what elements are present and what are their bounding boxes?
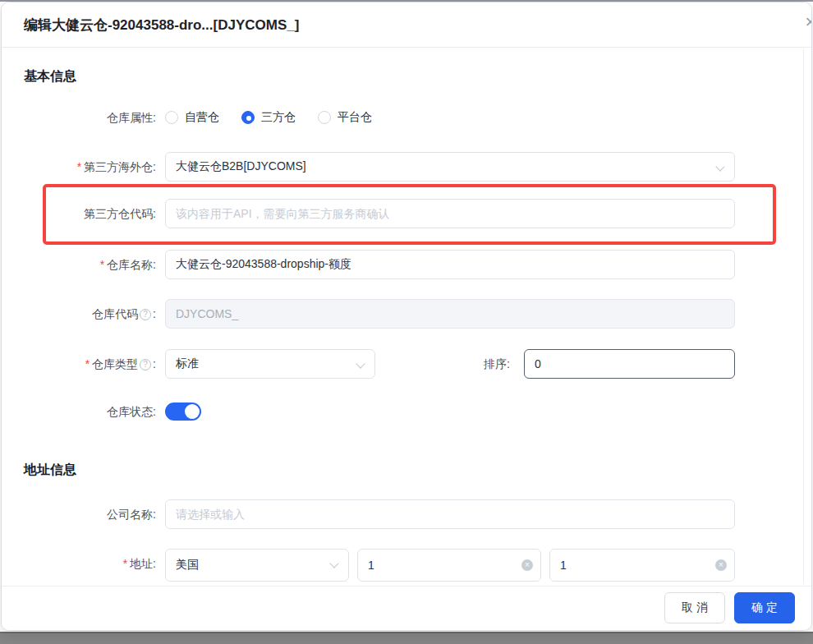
warehouse-type-select[interactable]: 标准	[165, 349, 375, 379]
warehouse-status-toggle[interactable]	[165, 402, 201, 421]
required-asterisk: *	[77, 160, 81, 173]
warehouse-attr-label: 仓库属性:	[24, 103, 156, 132]
warehouse-type-value: 标准	[176, 356, 199, 371]
radio-platform-warehouse[interactable]: 平台仓	[318, 110, 372, 125]
address-field-3: ×	[549, 549, 735, 582]
radio-unchecked-icon[interactable]	[165, 111, 178, 124]
third-party-code-label-text: 第三方仓代码	[84, 207, 153, 220]
clear-icon[interactable]: ×	[715, 559, 727, 571]
company-name-label-text: 公司名称	[107, 508, 153, 521]
radio-unchecked-icon[interactable]	[318, 111, 331, 124]
section-address-info: 地址信息	[24, 462, 76, 479]
warehouse-code-label-text: 仓库代码	[92, 307, 138, 320]
third-party-overseas-select[interactable]: 大健云仓B2B[DJYCOMS]	[165, 152, 735, 182]
address-field-2: ×	[357, 549, 541, 582]
label-colon: :	[153, 111, 156, 124]
label-colon: :	[153, 207, 156, 220]
warehouse-code-label: 仓库代码?:	[24, 299, 156, 329]
required-asterisk: *	[123, 557, 127, 570]
sort-input[interactable]	[524, 349, 735, 379]
label-colon: :	[153, 508, 156, 521]
address-label-text: 地址	[130, 557, 153, 570]
warehouse-name-field	[165, 250, 735, 279]
section-basic-info: 基本信息	[24, 68, 76, 85]
close-icon[interactable]: ×	[801, 12, 812, 32]
warehouse-code-input	[165, 299, 735, 329]
warehouse-type-label-text: 仓库类型	[92, 357, 138, 370]
radio-self-warehouse[interactable]: 自营仓	[165, 110, 219, 125]
dialog-header: 编辑大健云仓-92043588-dro...[DJYCOMS_] ×	[2, 2, 811, 48]
chevron-down-icon	[356, 359, 365, 368]
warehouse-code-field	[165, 299, 735, 329]
company-name-input[interactable]	[165, 499, 735, 529]
address-country-value: 美国	[176, 558, 199, 573]
confirm-button[interactable]: 确 定	[734, 592, 795, 623]
sort-field	[524, 349, 735, 379]
radio-third-party-warehouse[interactable]: 三方仓	[241, 110, 296, 125]
third-party-code-label: 第三方仓代码:	[24, 199, 156, 228]
warehouse-name-label-text: 仓库名称	[107, 258, 153, 271]
label-colon: :	[153, 557, 156, 570]
scrollbar-track[interactable]	[803, 48, 804, 584]
third-party-overseas-value: 大健云仓B2B[DJYCOMS]	[176, 159, 306, 174]
address-input-3[interactable]	[549, 549, 735, 582]
required-asterisk: *	[85, 357, 90, 370]
radio-label: 平台仓	[338, 110, 372, 125]
edit-warehouse-dialog: 编辑大健云仓-92043588-dro...[DJYCOMS_] × 基本信息 …	[1, 2, 812, 631]
label-colon: :	[153, 307, 156, 320]
label-colon: :	[153, 357, 156, 370]
address-country-select[interactable]: 美国	[165, 549, 349, 582]
third-party-code-input[interactable]	[165, 199, 735, 228]
warehouse-attr-label-text: 仓库属性	[107, 111, 153, 124]
company-name-field	[165, 499, 735, 529]
chevron-down-icon	[715, 162, 724, 171]
radio-label: 三方仓	[261, 110, 296, 125]
warehouse-status-label: 仓库状态:	[24, 397, 156, 426]
radio-checked-icon[interactable]	[241, 111, 255, 124]
third-party-overseas-label: *第三方海外仓:	[24, 152, 156, 182]
warehouse-name-label: *仓库名称:	[24, 250, 156, 279]
label-colon: :	[507, 357, 510, 370]
sort-label: 排序:	[412, 349, 510, 379]
page-behind-modal	[0, 632, 813, 644]
warehouse-name-input[interactable]	[165, 250, 735, 279]
sort-label-text: 排序	[484, 357, 507, 370]
radio-label: 自营仓	[185, 110, 219, 125]
dialog-footer: 取 消 确 定	[2, 586, 811, 630]
label-colon: :	[153, 405, 156, 418]
page-background: 编辑大健云仓-92043588-dro...[DJYCOMS_] × 基本信息 …	[0, 0, 813, 644]
third-party-code-field	[165, 199, 735, 228]
warehouse-status-label-text: 仓库状态	[107, 405, 153, 418]
third-party-overseas-label-text: 第三方海外仓	[84, 160, 153, 173]
clear-icon[interactable]: ×	[521, 559, 533, 571]
address-label: *地址:	[24, 549, 156, 578]
help-icon[interactable]: ?	[140, 359, 151, 370]
dialog-title: 编辑大健云仓-92043588-dro...[DJYCOMS_]	[24, 16, 299, 34]
address-input-2[interactable]	[357, 549, 541, 582]
toggle-knob	[185, 404, 200, 419]
warehouse-attr-radio-group: 自营仓 三方仓 平台仓	[165, 109, 372, 126]
chevron-down-icon	[329, 559, 338, 568]
cancel-button[interactable]: 取 消	[664, 592, 725, 623]
help-icon[interactable]: ?	[140, 309, 151, 320]
company-name-label: 公司名称:	[24, 499, 156, 529]
warehouse-type-label: *仓库类型?:	[24, 349, 156, 379]
required-asterisk: *	[100, 258, 104, 271]
label-colon: :	[153, 258, 156, 271]
label-colon: :	[153, 160, 156, 173]
